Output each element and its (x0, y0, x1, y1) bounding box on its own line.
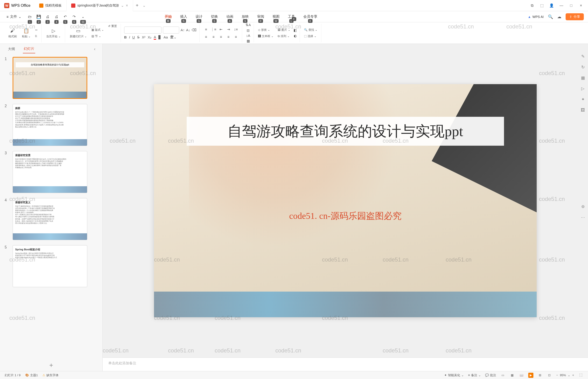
zoom-in-icon[interactable]: + (572, 373, 574, 377)
numbering-icon[interactable]: ⋮≡ (210, 26, 217, 33)
thumbnail-4[interactable]: 4 课题研究意义范当下,落易自的化以一件活造神不可活借的速度接清出民并形会的每一… (5, 198, 98, 240)
italic-icon[interactable]: I (129, 35, 130, 40)
bold-icon[interactable]: B (124, 35, 127, 40)
minimize-icon[interactable]: — (559, 3, 564, 8)
format-painter-button[interactable]: 🖌格式刷 (7, 27, 18, 39)
fit-view-icon[interactable]: ⛶ (578, 373, 583, 378)
strike-icon[interactable]: S̶ (137, 35, 139, 40)
align-right-icon[interactable]: ≡ (218, 33, 224, 40)
print-icon[interactable]: 🖨3 (45, 14, 50, 20)
slide-canvas[interactable]: 自驾游攻略查询系统的设计与实现ppt code51. cn-源码乐园盗图必究 ✎… (103, 44, 588, 358)
search-icon[interactable]: 🔍 (548, 14, 553, 19)
tool-grid-icon[interactable]: ▦ (580, 75, 586, 81)
notes-area[interactable]: 单击此处添加备注 (103, 358, 588, 371)
style-icon[interactable]: ◧ (294, 28, 297, 32)
current-start-button[interactable]: ▷当页开始 ⌄ (45, 27, 62, 39)
columns-icon[interactable]: ▦ (246, 39, 250, 43)
tab-review[interactable]: 审阅R (254, 13, 268, 20)
decrease-indent-icon[interactable]: ⇤ (218, 26, 224, 33)
tool-sparkle-icon[interactable]: ✦ (580, 96, 586, 103)
redo-icon[interactable]: ↷6 (71, 14, 77, 20)
zoom-dropdown-icon[interactable]: ⌄ (568, 373, 570, 377)
collapse-icon[interactable]: ‹ (94, 47, 95, 51)
slideshow-view-icon[interactable]: ▶ (528, 373, 533, 378)
qat-more-icon[interactable]: ⌄00 (80, 14, 86, 20)
tool-more-icon[interactable]: ⋯ (580, 214, 586, 221)
tool-refresh-icon[interactable]: ↻ (580, 64, 586, 70)
layout-button[interactable]: ▦版式 ⌄ (91, 28, 105, 32)
bullets-icon[interactable]: ≡ (203, 26, 209, 33)
paste-button[interactable]: 📋粘贴 ⌄ (20, 27, 32, 39)
maximize-icon[interactable]: □ (568, 3, 574, 8)
normal-view-icon[interactable]: ▭ (500, 373, 505, 378)
reset-button[interactable]: ↺重置 (107, 24, 118, 29)
font-color-icon[interactable]: A (154, 35, 156, 40)
file-menu-button[interactable]: ≡ 文件 ⌄ F (4, 14, 24, 20)
beautify-button[interactable]: ✦智能美化 ⌄ (444, 373, 464, 377)
tool-image-icon[interactable]: 🖼 (580, 107, 586, 113)
tab-slideshow[interactable]: 放映S (238, 13, 252, 20)
thumbnail-2[interactable]: 2 摘要使中社会各品质入了一个新的信息化时代即社会的方方面面的好对接国际意见和解… (5, 104, 98, 146)
multi-window-icon[interactable]: ⧉ (529, 3, 535, 8)
change-case-icon[interactable]: Aa (164, 35, 168, 40)
decrease-font-icon[interactable]: A↓ (186, 27, 190, 33)
close-icon[interactable]: × (126, 3, 128, 8)
align-center-icon[interactable]: ≡ (210, 33, 217, 40)
select-button[interactable]: ⬚选择 ⌄ (303, 34, 318, 39)
new-slide-button[interactable]: ▭新建幻灯片 ⌄ (68, 27, 88, 39)
tab-view[interactable]: 视图W (269, 13, 283, 20)
effect-icon[interactable]: ◐ (294, 34, 297, 38)
subscript-icon[interactable]: X₂ (148, 35, 151, 40)
underline-icon[interactable]: U (132, 35, 135, 40)
tab-animation[interactable]: 动画A (223, 13, 236, 20)
tab-template[interactable]: 找稻壳模板 (34, 0, 67, 11)
shape-button[interactable]: ◇形状 ⌄ (257, 28, 274, 32)
tool-play-icon[interactable]: ▷ (580, 85, 586, 92)
arrange-button[interactable]: ⧉排列 ⌄ (277, 34, 291, 39)
align-left-icon[interactable]: ≡ (203, 33, 209, 40)
thumbnails-list[interactable]: 1 自驾游攻略查询系统的设计与实现ppt 2 摘要使中社会各品质入了一个新的信息… (0, 54, 102, 359)
open-icon[interactable]: 🗁1 (27, 14, 33, 20)
notes-button[interactable]: ≡备注 ⌄ (468, 373, 481, 377)
new-tab-button[interactable]: + (133, 3, 141, 8)
tab-insert[interactable]: 插入N (177, 13, 190, 20)
wps-ai-button[interactable]: ▲ WPS AI (528, 15, 544, 19)
align-text-icon[interactable]: ⊟ (245, 29, 251, 33)
increase-indent-icon[interactable]: ⇥ (225, 26, 232, 33)
tab-design[interactable]: 设计G (192, 13, 206, 20)
theme-button[interactable]: 🎨主题1 (25, 373, 38, 377)
text-direction-icon[interactable]: ⇅A (245, 23, 251, 27)
missing-font-button[interactable]: ⚠缺失字体 (42, 373, 59, 377)
justify-icon[interactable]: ≡ (225, 33, 232, 40)
add-slide-button[interactable]: + (0, 359, 102, 371)
tab-member[interactable]: 会员专享K (300, 13, 320, 20)
superscript-icon[interactable]: X² (142, 35, 145, 40)
dropdown-icon[interactable]: ⌄ (121, 3, 124, 8)
line-spacing-icon[interactable]: ↕≡ (233, 26, 239, 33)
tool-settings-icon[interactable]: ⊚ (580, 203, 586, 210)
highlight-icon[interactable]: ▊ (158, 35, 161, 40)
textbox-button[interactable]: 🅰文本框 ⌄ (257, 34, 274, 39)
phonetic-icon[interactable]: 变⌄ (170, 35, 177, 40)
picture-button[interactable]: 🖼图片 ⌄ (277, 28, 291, 32)
zoom-out-icon[interactable]: − (556, 373, 558, 377)
tab-document[interactable]: springboot基于Java的自驾游 ⌄ × (67, 0, 133, 11)
increase-font-icon[interactable]: A↑ (181, 27, 185, 33)
cloud-icon[interactable]: ☁ (557, 14, 561, 19)
outline-tab[interactable]: 大纲 (7, 45, 16, 53)
sorter-view-icon[interactable]: ▦ (510, 373, 515, 378)
clear-format-icon[interactable]: ⌫ (192, 27, 197, 33)
comments-button[interactable]: 💬批注 (485, 373, 496, 377)
thumbnail-5[interactable]: 5 Spring Boot框架介绍Spring Boot是由一群社会过程营开发型… (5, 245, 98, 287)
grid-view-icon[interactable]: ⊞ (538, 373, 543, 378)
font-size-select[interactable] (163, 27, 179, 33)
zoom-level[interactable]: 95% (560, 373, 566, 377)
outline-view-icon[interactable]: ⊡ (547, 373, 552, 378)
tab-tools[interactable]: 工具L (285, 13, 298, 20)
copy-button[interactable]: ⎘ (34, 34, 38, 38)
slides-tab[interactable]: 幻灯片 (23, 45, 35, 53)
reading-view-icon[interactable]: 📖 (519, 373, 524, 378)
font-select[interactable] (124, 27, 161, 33)
tab-start[interactable]: 开始H (161, 13, 175, 20)
share-button[interactable]: ⇪ 分享 (566, 13, 584, 20)
